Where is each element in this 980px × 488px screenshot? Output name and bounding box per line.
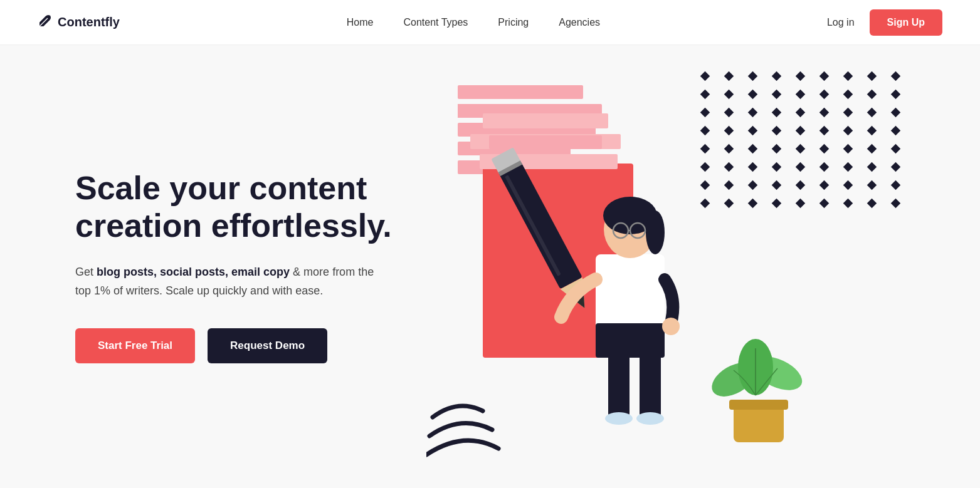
start-free-trial-button[interactable]: Start Free Trial [75,328,195,363]
navbar: Contentfly Home Content Types Pricing Ag… [0,0,980,45]
nav-link-content-types[interactable]: Content Types [403,17,468,28]
cta-buttons: Start Free Trial Request Demo [75,328,426,363]
dot-item [891,71,901,81]
hero-title: Scale your content creation effortlessly… [75,170,426,245]
dot-item [891,162,901,172]
request-demo-button[interactable]: Request Demo [208,328,327,363]
svg-point-24 [662,318,680,335]
nav-link-agencies[interactable]: Agencies [559,17,600,28]
logo-text: Contentfly [58,15,120,29]
hero-illustration: // We'll render this via JS below [426,48,942,486]
hero-content: Scale your content creation effortlessly… [75,170,426,363]
nav-link-home[interactable]: Home [347,17,374,28]
svg-rect-25 [734,405,784,442]
hero-section: Scale your content creation effortlessly… [0,45,980,488]
nav-right: Log in Sign Up [827,9,942,36]
nav-home-link[interactable]: Home [347,17,374,28]
dot-item [891,107,901,117]
svg-rect-5 [489,135,602,149]
dot-item [891,125,901,135]
svg-point-15 [636,412,664,425]
svg-rect-17 [596,323,665,358]
nav-content-types-link[interactable]: Content Types [403,17,468,28]
hero-description: Get blog posts, social posts, email copy… [75,262,389,301]
dot-item [891,180,901,190]
signup-button[interactable]: Sign Up [870,9,942,36]
logo-icon [38,13,53,32]
main-illustration: // rendered below [426,48,878,461]
dot-item [891,89,901,99]
svg-rect-2 [483,113,608,128]
svg-rect-12 [608,348,630,417]
login-link[interactable]: Log in [827,17,855,28]
logo-area[interactable]: Contentfly [38,13,120,32]
hero-desc-bold: blog posts, social posts, email copy [97,266,290,278]
nav-agencies-link[interactable]: Agencies [559,17,600,28]
dot-item [891,198,901,208]
svg-rect-26 [729,400,788,410]
nav-link-pricing[interactable]: Pricing [498,17,529,28]
svg-point-14 [605,412,633,425]
dot-item [891,143,901,153]
hero-desc-start: Get [75,266,97,278]
svg-rect-13 [640,348,661,417]
svg-point-20 [646,210,665,254]
nav-links: Home Content Types Pricing Agencies [347,17,600,28]
nav-pricing-link[interactable]: Pricing [498,17,529,28]
